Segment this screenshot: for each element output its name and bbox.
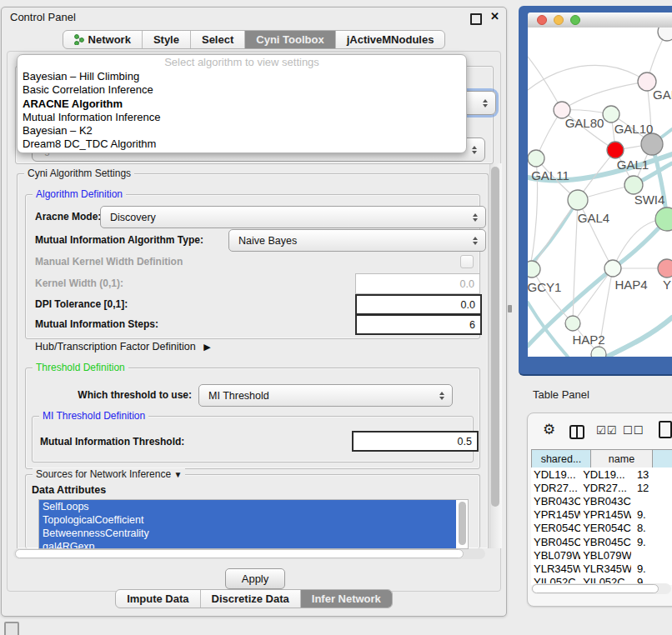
attribute-list-item[interactable]: TopologicalCoefficient [39,513,456,527]
network-node-gal4[interactable] [568,190,588,210]
network-node-label: GAL11 [531,168,569,182]
table-cell: 8. [631,522,672,535]
table-cell: YBR045C [580,535,631,548]
column-header-A[interactable]: A [653,450,672,468]
dpi-tolerance-field[interactable]: 0.0 [355,294,482,315]
table-cell: YLR345W [531,562,580,575]
network-node-swi4[interactable] [624,176,643,194]
table-row[interactable]: YBL079WYBL079W [531,548,672,562]
network-edge [532,269,573,323]
mi-threshold-field[interactable]: 0.5 [352,431,479,452]
tab-jactivemnodules[interactable]: jActiveMNodules [336,31,445,48]
which-threshold-combobox[interactable]: MI Threshold [198,384,453,407]
tab-style[interactable]: Style [143,31,191,48]
select-all-checkboxes-icon[interactable]: ☑☑ [596,424,617,437]
column-layout-icon[interactable] [569,425,584,439]
table-row[interactable]: YDR27...YDR27...12 [531,481,672,494]
dock-panel-icon[interactable] [4,622,19,635]
export-table-icon[interactable] [659,421,672,438]
mi-steps-field[interactable]: 6 [355,314,482,335]
network-node-hap2[interactable] [565,316,580,331]
attributes-scrollbar-thumb[interactable] [459,502,466,545]
network-node-gal11[interactable] [528,150,544,167]
table-header-row: shared...nameA [531,449,672,469]
apply-button-label: Apply [242,572,269,585]
gear-icon[interactable]: ⚙ [543,422,555,437]
table-row[interactable]: YER054CYER054C8. [531,522,672,535]
application-root: Control Panel ✕ NetworkStyleSelectCyni T… [0,0,672,635]
threshold-definition-title: Threshold Definition [33,362,128,373]
expanded-arrow-icon: ▼ [173,470,182,479]
algorithm-option[interactable]: Dream8 DC_TDC Algorithm [18,138,466,151]
hub-definition-toggle[interactable]: Hub/Transcription Factor Definition ▶ [35,341,206,352]
attribute-list-item[interactable]: SelfLoops [39,500,456,513]
bottom-tab-discretize-data[interactable]: Discretize Data [201,590,301,608]
network-node-gcy1[interactable] [528,261,540,278]
apply-button[interactable]: Apply [225,568,285,589]
close-icon[interactable]: ✕ [490,10,499,22]
network-node-y[interactable] [658,259,672,278]
tab-label: Cyni Toolbox [256,33,323,46]
settings-horizontal-scrollbar-thumb[interactable] [15,549,464,558]
table-row[interactable]: YBR045CYBR045C9. [531,535,672,548]
sources-title-text: Sources for Network Inference [36,468,171,480]
minimize-traffic-light-icon[interactable] [554,15,564,25]
attribute-list-item[interactable]: gal4RGexp [39,540,456,549]
attribute-list-item[interactable]: BetweennessCentrality [39,527,456,540]
table-cell: 9. [631,508,672,522]
network-node-gal1[interactable] [607,142,624,158]
table-row[interactable]: YPR145WYPR145W9. [531,508,672,522]
float-panel-icon[interactable] [470,13,482,25]
network-node-gal10[interactable] [603,106,619,122]
bottom-tab-impute-data[interactable]: Impute Data [116,590,200,608]
algorithm-option[interactable]: Mutual Information Inference [18,111,466,124]
table-panel-title: Table Panel [533,388,589,401]
mi-type-combobox[interactable]: Naive Bayes [228,229,486,252]
table-panel-window: ⚙ ☑☑ ☐☐ shared...nameA YDL19...YDL19...1… [527,412,672,607]
network-node-label: GCY1 [528,280,561,294]
algorithm-option[interactable]: Basic Correlation Inference [18,83,466,97]
network-edge [562,82,647,110]
column-header-name[interactable]: name [591,450,653,468]
tab-cyni-toolbox[interactable]: Cyni Toolbox [245,31,335,48]
panel-splitter-handle[interactable] [508,305,512,312]
tab-network[interactable]: Network [63,31,143,48]
bottom-tab-infer-network[interactable]: Infer Network [301,590,392,608]
kernel-width-field[interactable]: 0.0 [355,273,480,294]
mi-type-value: Naive Bayes [238,235,297,247]
network-node-hap4[interactable] [604,260,621,277]
algorithm-option[interactable]: ARACNE Algorithm [18,98,466,111]
tab-select[interactable]: Select [191,31,245,48]
zoom-traffic-light-icon[interactable] [570,15,580,25]
collapsed-arrow-icon: ▶ [203,342,210,352]
manual-kernel-checkbox[interactable] [460,255,474,268]
algorithm-option[interactable]: Bayesian – K2 [18,124,466,138]
table-horizontal-scrollbar-thumb[interactable] [532,584,659,593]
combo-spinner-icon [473,237,479,245]
table-row[interactable]: YBR043CYBR043C [531,494,672,508]
network-node[interactable] [641,133,663,155]
network-window-titlebar[interactable] [528,12,672,28]
table-cell: YBL079W [531,548,580,562]
algorithm-combobox-fragment[interactable] [462,91,496,115]
table-cell [631,548,672,562]
deselect-all-checkboxes-icon[interactable]: ☐☐ [623,424,644,437]
close-traffic-light-icon[interactable] [537,15,547,25]
network-node[interactable] [591,347,606,357]
table-cell: 9. [631,562,672,575]
network-node[interactable] [658,28,672,41]
data-attributes-list[interactable]: SelfLoopsTopologicalCoefficientBetweenne… [38,499,469,549]
table-cell: YPR145W [580,508,631,522]
table-cell: YDR27... [531,481,580,494]
aracne-mode-combobox[interactable]: Discovery [100,206,486,228]
table-row[interactable]: YDL19...YDL19...13 [531,468,672,481]
table-row[interactable]: YLR345WYLR345W9. [531,562,672,575]
kernel-width-label: Kernel Width (0,1): [35,278,123,289]
network-node-label: SWI4 [634,192,665,207]
settings-vertical-scrollbar-thumb[interactable] [491,167,499,507]
network-canvas[interactable]: GALGAL80GAL10GAL1GAL11SWI4GAL4GCY1HAP4YH… [528,28,672,357]
network-node-label: HAP4 [614,278,647,292]
algorithm-option[interactable]: Bayesian – Hill Climbing [18,70,466,83]
tab-label: Network [88,33,131,46]
column-header-shared[interactable]: shared... [531,450,591,468]
